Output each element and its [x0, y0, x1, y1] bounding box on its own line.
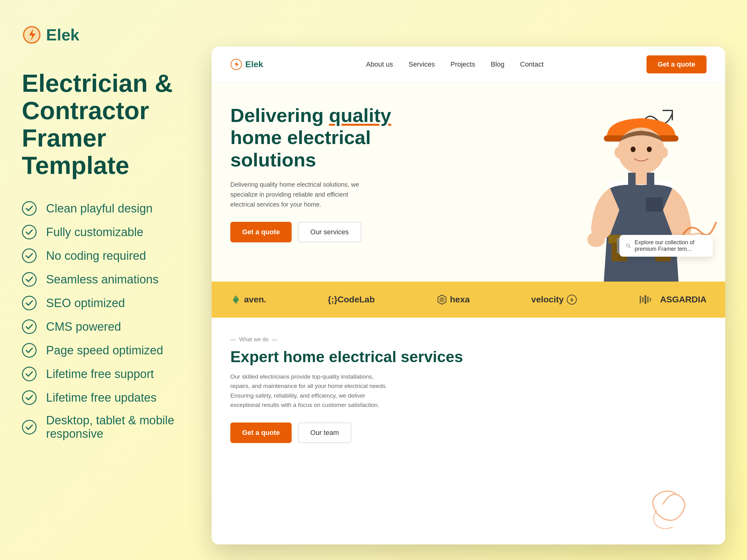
- feature-item: SEO optimized: [22, 296, 177, 311]
- hexa-icon: [436, 294, 447, 305]
- svg-point-9: [22, 367, 36, 381]
- feature-item: Lifetime free updates: [22, 390, 177, 405]
- svg-marker-37: [439, 297, 444, 302]
- hero-title-highlight: quality: [329, 105, 391, 126]
- svg-point-8: [22, 344, 36, 357]
- nav-links: About us Services Projects Blog Contact: [366, 60, 544, 69]
- svg-point-5: [22, 272, 36, 286]
- feature-label: Lifetime free support: [46, 367, 154, 381]
- svg-point-7: [22, 320, 36, 334]
- svg-point-18: [614, 147, 623, 158]
- check-icon: [22, 420, 37, 435]
- feature-label: SEO optimized: [46, 296, 125, 310]
- brand-logo: Elek: [22, 25, 177, 45]
- svg-point-4: [22, 249, 36, 263]
- hero-title: Delivering quality home electricalsoluti…: [230, 104, 405, 171]
- nav-link-blog[interactable]: Blog: [491, 60, 505, 69]
- main-title: Electrician & Contractor Framer Template: [22, 70, 177, 179]
- feature-label: Fully customizable: [46, 225, 144, 239]
- hero-services-button[interactable]: Our services: [298, 222, 361, 242]
- svg-point-17: [647, 146, 652, 152]
- hero-title-part1: Delivering: [230, 105, 329, 126]
- nav-link-services[interactable]: Services: [409, 60, 435, 69]
- what-we-do-label: What we do: [230, 336, 706, 343]
- hero-image-area: Explore our collection of premium Framer…: [507, 82, 725, 282]
- feature-label: No coding required: [46, 249, 146, 263]
- check-icon: [22, 201, 37, 216]
- services-description: Our skilled electricians provide top-qua…: [230, 372, 392, 410]
- svg-rect-21: [628, 173, 636, 201]
- svg-point-11: [22, 420, 36, 434]
- logo-asgardia: ASGARDIA: [639, 294, 706, 305]
- services-our-team-button[interactable]: Our team: [298, 423, 352, 443]
- site-nav: Elek About us Services Projects Blog Con…: [212, 47, 725, 82]
- feature-label: Seamless animations: [46, 273, 158, 286]
- nav-link-contact[interactable]: Contact: [520, 60, 544, 69]
- hero-section: Delivering quality home electricalsoluti…: [212, 82, 725, 282]
- logos-strip: aven. {;}CodeLab hexa velocity 9: [212, 282, 725, 318]
- svg-rect-41: [642, 297, 644, 302]
- feature-item: Desktop, tablet & mobile responsive: [22, 414, 177, 441]
- svg-rect-42: [645, 295, 646, 304]
- nav-brand-name: Elek: [245, 59, 263, 70]
- feature-label: CMS powered: [46, 320, 121, 334]
- services-buttons: Get a quote Our team: [230, 423, 706, 443]
- nav-cta-button[interactable]: Get a quote: [646, 55, 706, 74]
- feature-label: Clean playful design: [46, 202, 153, 215]
- check-icon: [22, 343, 37, 358]
- feature-item: Page speed optimized: [22, 343, 177, 358]
- svg-point-16: [630, 146, 636, 152]
- feature-label: Lifetime free updates: [46, 391, 157, 404]
- svg-point-19: [659, 147, 668, 158]
- svg-point-6: [22, 296, 36, 310]
- check-icon: [22, 390, 37, 405]
- check-icon: [22, 296, 37, 311]
- explore-tooltip: Explore our collection of premium Framer…: [619, 235, 713, 257]
- feature-item: Fully customizable: [22, 224, 177, 240]
- swirl-decoration: [632, 476, 694, 532]
- services-get-quote-button[interactable]: Get a quote: [230, 423, 292, 443]
- svg-rect-32: [617, 238, 619, 254]
- svg-rect-22: [647, 173, 654, 201]
- check-icon: [22, 224, 37, 240]
- services-section: What we do Expert home electrical servic…: [212, 318, 725, 544]
- nav-brand-icon: [230, 58, 242, 70]
- hero-description: Delivering quality home electrical solut…: [230, 180, 361, 209]
- nav-link-projects[interactable]: Projects: [450, 60, 475, 69]
- feature-label: Page speed optimized: [46, 344, 163, 357]
- hero-buttons: Get a quote Our services: [230, 222, 405, 242]
- svg-point-3: [22, 225, 36, 239]
- svg-point-24: [587, 232, 605, 247]
- explore-tooltip-text: Explore our collection of premium Framer…: [635, 239, 706, 252]
- feature-label: Desktop, tablet & mobile responsive: [46, 414, 177, 441]
- svg-rect-40: [640, 296, 641, 303]
- search-icon: [626, 241, 631, 250]
- feature-item: No coding required: [22, 248, 177, 263]
- hero-get-quote-button[interactable]: Get a quote: [230, 222, 292, 242]
- nav-brand: Elek: [230, 58, 263, 70]
- check-icon: [22, 248, 37, 263]
- left-panel: Elek Electrician & Contractor Framer Tem…: [0, 0, 199, 560]
- asgardia-icon: [639, 294, 658, 305]
- feature-item: CMS powered: [22, 319, 177, 334]
- svg-rect-23: [646, 197, 663, 212]
- logo-velocity: velocity 9: [531, 294, 577, 305]
- velocity-icon: 9: [566, 294, 577, 305]
- svg-rect-43: [647, 296, 649, 303]
- nav-link-about[interactable]: About us: [366, 60, 393, 69]
- hero-content: Delivering quality home electricalsoluti…: [230, 104, 405, 242]
- feature-item: Clean playful design: [22, 201, 177, 216]
- svg-rect-44: [650, 298, 651, 301]
- brand-icon: [22, 25, 42, 45]
- logo-hexa: hexa: [436, 294, 470, 305]
- logo-aven: aven.: [230, 294, 266, 305]
- check-icon: [22, 319, 37, 334]
- brand-name: Elek: [46, 26, 79, 44]
- logo-codelab: {;}CodeLab: [328, 295, 375, 304]
- features-list: Clean playful design Fully customizable …: [22, 201, 177, 441]
- svg-rect-20: [634, 172, 648, 185]
- feature-item: Seamless animations: [22, 272, 177, 287]
- aven-icon: [230, 294, 241, 305]
- check-icon: [22, 272, 37, 287]
- feature-item: Lifetime free support: [22, 367, 177, 381]
